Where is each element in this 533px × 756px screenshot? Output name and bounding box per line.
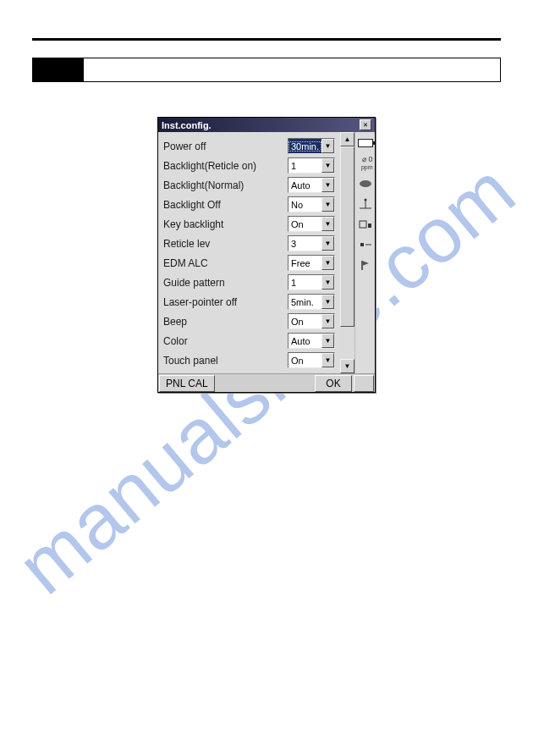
svg-rect-4 — [360, 221, 366, 228]
ppm-readout: ⌀ 0 ppm — [358, 156, 373, 171]
svg-rect-5 — [368, 223, 371, 228]
value-backlight-normal: Auto — [288, 180, 321, 190]
chevron-down-icon: ▼ — [321, 197, 334, 212]
value-reticle-lev: 3 — [288, 239, 321, 249]
flag-icon[interactable] — [357, 257, 374, 273]
value-key-backlight: On — [288, 219, 321, 229]
chevron-down-icon: ▼ — [321, 275, 334, 290]
dropdown-key-backlight[interactable]: On ▼ — [288, 216, 335, 232]
dialog-title: Inst.config. — [162, 120, 360, 130]
dropdown-laser-pointer-off[interactable]: 5min. ▼ — [288, 294, 335, 310]
dropdown-color[interactable]: Auto ▼ — [288, 333, 335, 349]
close-button[interactable]: ✕ — [360, 119, 371, 130]
scroll-thumb[interactable] — [340, 146, 354, 327]
compensator-icon[interactable] — [357, 217, 374, 232]
dropdown-backlight-reticle-on[interactable]: 1 ▼ — [288, 157, 335, 174]
close-icon: ✕ — [363, 120, 367, 130]
scroll-up-button[interactable]: ▲ — [340, 132, 354, 146]
row-backlight-off: Backlight Off No ▼ — [163, 195, 335, 214]
dropdown-edm-alc[interactable]: Free ▼ — [288, 255, 335, 271]
value-power-off: 30min. — [288, 141, 321, 152]
dropdown-reticle-lev[interactable]: 3 ▼ — [288, 235, 335, 251]
chevron-down-icon: ▼ — [321, 158, 334, 173]
svg-rect-6 — [360, 243, 364, 246]
page-banner — [32, 58, 501, 82]
titlebar: Inst.config. ✕ — [158, 118, 375, 132]
dropdown-beep[interactable]: On ▼ — [288, 313, 335, 329]
label-touch-panel: Touch panel — [163, 355, 288, 367]
scroll-down-button[interactable]: ▼ — [340, 359, 354, 373]
row-laser-pointer-off: Laser-pointer off 5min. ▼ — [163, 292, 335, 312]
row-backlight-normal: Backlight(Normal) Auto ▼ — [163, 175, 335, 195]
label-backlight-normal: Backlight(Normal) — [163, 179, 288, 191]
row-power-off: Power off 30min. ▼ — [163, 136, 335, 156]
label-color: Color — [163, 335, 288, 347]
scrollbar[interactable]: ▲ ▼ — [340, 132, 354, 373]
row-color: Color Auto ▼ — [163, 331, 335, 350]
banner-accent — [33, 58, 84, 81]
svg-point-0 — [360, 180, 371, 187]
value-edm-alc: Free — [288, 258, 321, 268]
chevron-down-icon: ▼ — [321, 256, 334, 270]
label-edm-alc: EDM ALC — [163, 257, 288, 269]
laser-icon[interactable] — [357, 237, 374, 252]
value-laser-pointer-off: 5min. — [288, 297, 321, 307]
dropdown-backlight-off[interactable]: No ▼ — [288, 196, 335, 212]
chevron-down-icon: ▼ — [321, 334, 334, 348]
status-icon-column: ⌀ 0 ppm — [354, 132, 375, 373]
battery-icon[interactable] — [357, 135, 374, 151]
svg-point-3 — [364, 199, 366, 201]
dropdown-guide-pattern[interactable]: 1 ▼ — [288, 274, 335, 290]
button-spacer — [216, 374, 314, 392]
label-reticle-lev: Reticle lev — [163, 238, 288, 250]
dropdown-power-off[interactable]: 30min. ▼ — [288, 138, 335, 154]
blank-button[interactable] — [354, 375, 374, 392]
row-guide-pattern: Guide pattern 1 ▼ — [163, 273, 335, 292]
scroll-track[interactable] — [340, 146, 354, 359]
chevron-up-icon: ▲ — [344, 135, 351, 143]
value-guide-pattern: 1 — [288, 278, 321, 288]
settings-column: Power off 30min. ▼ Backlight(Reticle on)… — [158, 132, 340, 373]
value-color: Auto — [288, 336, 321, 346]
value-backlight-off: No — [288, 200, 321, 210]
chevron-down-icon: ▼ — [321, 236, 334, 251]
label-laser-pointer-off: Laser-pointer off — [163, 296, 288, 308]
chevron-down-icon: ▼ — [344, 362, 351, 370]
ok-button[interactable]: OK — [315, 375, 352, 392]
row-backlight-reticle-on: Backlight(Reticle on) 1 ▼ — [163, 156, 335, 175]
label-backlight-off: Backlight Off — [163, 199, 288, 211]
label-power-off: Power off — [163, 141, 288, 152]
label-backlight-reticle-on: Backlight(Reticle on) — [163, 160, 288, 172]
page-rule — [32, 38, 501, 41]
label-key-backlight: Key backlight — [163, 218, 288, 230]
chevron-down-icon: ▼ — [321, 178, 334, 192]
dropdown-backlight-normal[interactable]: Auto ▼ — [288, 177, 335, 193]
inst-config-dialog: Inst.config. ✕ Power off 30min. ▼ Backli… — [157, 117, 376, 393]
pnl-cal-button[interactable]: PNL CAL — [159, 375, 215, 392]
chevron-down-icon: ▼ — [321, 139, 334, 153]
value-touch-panel: On — [288, 356, 321, 366]
chevron-down-icon: ▼ — [321, 295, 334, 309]
row-touch-panel: Touch panel On ▼ — [163, 350, 335, 370]
value-beep: On — [288, 317, 321, 327]
label-guide-pattern: Guide pattern — [163, 277, 288, 289]
dialog-body: Power off 30min. ▼ Backlight(Reticle on)… — [158, 132, 375, 373]
chevron-down-icon: ▼ — [321, 353, 334, 367]
button-bar: PNL CAL OK — [158, 373, 375, 392]
dropdown-touch-panel[interactable]: On ▼ — [288, 352, 335, 368]
value-backlight-reticle-on: 1 — [288, 161, 321, 171]
row-beep: Beep On ▼ — [163, 312, 335, 331]
target-icon[interactable] — [357, 176, 374, 191]
tilt-icon[interactable] — [357, 196, 374, 212]
row-edm-alc: EDM ALC Free ▼ — [163, 253, 335, 273]
row-key-backlight: Key backlight On ▼ — [163, 214, 335, 234]
label-beep: Beep — [163, 316, 288, 328]
chevron-down-icon: ▼ — [321, 314, 334, 328]
chevron-down-icon: ▼ — [321, 217, 334, 231]
row-reticle-lev: Reticle lev 3 ▼ — [163, 234, 335, 253]
